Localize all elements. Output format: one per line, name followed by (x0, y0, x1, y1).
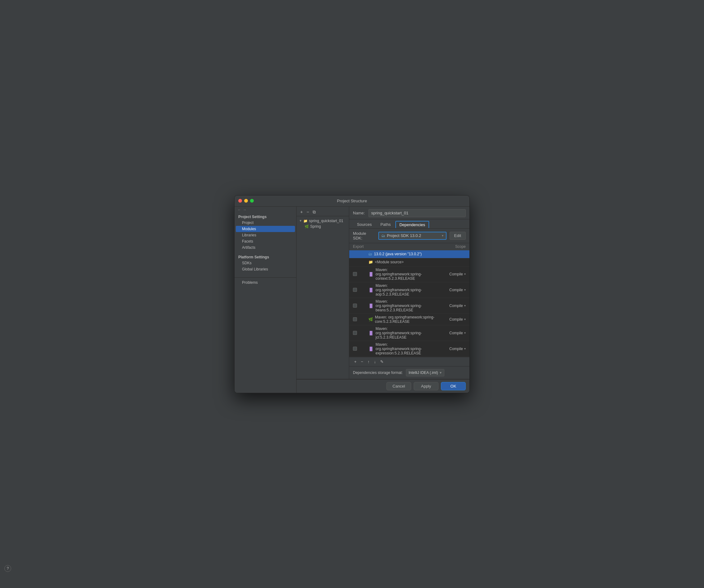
scope-text-spring-core: Compile (449, 317, 463, 321)
dep-export-spring-beans (353, 304, 368, 308)
copy-module-button[interactable]: ⧉ (311, 209, 317, 215)
edit-dep-button[interactable]: ✎ (379, 359, 385, 364)
export-checkbox-spring-beans[interactable] (353, 304, 357, 308)
deps-bottom-toolbar: + − ↑ ↓ ✎ (349, 357, 469, 366)
scope-dropdown-arrow-spring-jcl[interactable]: ▾ (464, 331, 466, 335)
export-checkbox-spring-aop[interactable] (353, 288, 357, 292)
sidebar-item-modules[interactable]: Modules (236, 226, 295, 232)
remove-dep-button[interactable]: − (360, 359, 365, 364)
tab-dependencies[interactable]: Dependencies (395, 221, 429, 228)
scope-dropdown-arrow-spring-expression[interactable]: ▾ (464, 347, 466, 350)
spring-leaf-icon: 🌿 (305, 224, 309, 229)
dep-export-spring-jcl (353, 331, 368, 335)
traffic-lights (238, 199, 254, 202)
dep-name-spring-jcl: ▐▌ Maven: org.springframework:spring-jcl… (368, 327, 435, 340)
dep-row-jdk[interactable]: 🗂 13.0.2 (java version "13.0.2") (349, 250, 469, 258)
dep-row-spring-aop[interactable]: ▐▌ Maven: org.springframework:spring-aop… (349, 282, 469, 298)
tabs-row: Sources Paths Dependencies (349, 219, 469, 229)
sidebar-divider (235, 277, 296, 278)
export-checkbox-spring-core[interactable] (353, 317, 357, 321)
storage-dropdown-arrow: ▾ (440, 370, 442, 375)
storage-format-row: Dependencies storage format: IntelliJ ID… (349, 366, 469, 379)
sidebar-item-sdks[interactable]: SDKs (235, 260, 296, 266)
top-split: + − ⧉ ▼ 📁 spring_quickstart_01 🌿 Spring (297, 207, 469, 379)
move-down-dep-button[interactable]: ↓ (373, 359, 377, 364)
add-dep-button[interactable]: + (353, 359, 358, 364)
maven-icon-spring-context: ▐▌ (368, 272, 374, 276)
spring-icon-spring-core: 🌿 (368, 317, 373, 321)
spring-child-name: Spring (310, 224, 321, 229)
close-button[interactable] (238, 199, 242, 202)
platform-settings-header: Platform Settings (235, 253, 296, 260)
deps-table-container: Export Scope 🗂 13.0.2 (java version "13.… (349, 243, 469, 357)
maven-icon-spring-aop: ▐▌ (368, 288, 374, 292)
sidebar-item-problems[interactable]: Problems (235, 280, 296, 286)
dep-row-spring-context[interactable]: ▐▌ Maven: org.springframework:spring-con… (349, 267, 469, 282)
col-header-scope: Scope (435, 244, 466, 249)
name-label: Name: (353, 211, 365, 215)
ok-button[interactable]: OK (441, 382, 466, 390)
edit-sdk-button[interactable]: Edit (450, 232, 466, 240)
add-module-button[interactable]: + (299, 209, 304, 215)
export-checkbox-spring-jcl[interactable] (353, 331, 357, 335)
scope-text-spring-aop: Compile (449, 288, 463, 292)
jdk-icon: 🗂 (368, 252, 372, 256)
dep-scope-spring-expression: Compile ▾ (435, 347, 466, 351)
apply-button[interactable]: Apply (414, 382, 438, 390)
sidebar-item-artifacts[interactable]: Artifacts (235, 244, 296, 251)
storage-format-dropdown[interactable]: IntelliJ IDEA (.iml) ▾ (406, 369, 445, 376)
export-checkbox-spring-expression[interactable] (353, 347, 357, 351)
dep-row-spring-core[interactable]: 🌿 Maven: org.springframework:spring-core… (349, 314, 469, 325)
dep-row-spring-beans[interactable]: ▐▌ Maven: org.springframework:spring-bea… (349, 298, 469, 314)
export-checkbox-spring-context[interactable] (353, 272, 357, 276)
sidebar-item-global-libraries[interactable]: Global Libraries (235, 266, 296, 272)
sidebar-item-libraries[interactable]: Libraries (235, 232, 296, 238)
maximize-button[interactable] (250, 199, 254, 202)
dep-name-spring-beans: ▐▌ Maven: org.springframework:spring-bea… (368, 299, 435, 312)
sdk-label: Module SDK: (353, 231, 375, 240)
remove-module-button[interactable]: − (305, 209, 310, 215)
name-input[interactable] (368, 209, 466, 217)
dep-row-spring-expression[interactable]: ▐▌ Maven: org.springframework:spring-exp… (349, 341, 469, 357)
minimize-button[interactable] (244, 199, 248, 202)
main-layout: ← → Project Settings Project Modules Lib… (235, 207, 469, 393)
dep-name-spring-context: ▐▌ Maven: org.springframework:spring-con… (368, 268, 435, 281)
module-tree: ▼ 📁 spring_quickstart_01 🌿 Spring (297, 216, 349, 231)
scope-dropdown-arrow-spring-context[interactable]: ▾ (464, 272, 466, 276)
forward-arrow[interactable]: → (243, 208, 246, 212)
dep-row-spring-jcl[interactable]: ▐▌ Maven: org.springframework:spring-jcl… (349, 325, 469, 341)
module-root-name: spring_quickstart_01 (309, 219, 343, 223)
dep-name-module-source: 📁 <Module source> (368, 260, 435, 264)
details-section: Name: Sources Paths Dependencies Module … (349, 207, 469, 379)
dep-scope-spring-aop: Compile ▾ (435, 288, 466, 292)
module-root-row[interactable]: ▼ 📁 spring_quickstart_01 (299, 218, 346, 224)
scope-dropdown-arrow-spring-aop[interactable]: ▾ (464, 288, 466, 292)
sidebar-item-project[interactable]: Project (235, 220, 296, 226)
dep-scope-spring-beans: Compile ▾ (435, 304, 466, 308)
sdk-folder-icon: 🗂 (382, 234, 385, 238)
back-arrow[interactable]: ← (238, 208, 241, 212)
dep-row-module-source[interactable]: 📁 <Module source> (349, 258, 469, 267)
scope-text-spring-jcl: Compile (449, 331, 463, 335)
move-up-dep-button[interactable]: ↑ (366, 359, 371, 364)
name-row: Name: (349, 207, 469, 219)
sdk-dropdown[interactable]: 🗂 Project SDK 13.0.2 ▾ (378, 232, 447, 240)
sidebar-item-facets[interactable]: Facets (235, 238, 296, 244)
scope-dropdown-arrow-spring-beans[interactable]: ▾ (464, 304, 466, 307)
spring-child-row[interactable]: 🌿 Spring (299, 224, 346, 229)
storage-label: Dependencies storage format: (353, 370, 403, 375)
tab-paths[interactable]: Paths (376, 221, 395, 228)
module-tree-section: + − ⧉ ▼ 📁 spring_quickstart_01 🌿 Spring (297, 207, 349, 379)
scope-text-spring-context: Compile (449, 272, 463, 276)
cancel-button[interactable]: Cancel (387, 382, 411, 390)
dep-export-spring-context (353, 272, 368, 276)
right-panel: + − ⧉ ▼ 📁 spring_quickstart_01 🌿 Spring (297, 207, 469, 393)
scope-dropdown-arrow-spring-core[interactable]: ▾ (464, 317, 466, 321)
dep-export-spring-expression (353, 347, 368, 351)
storage-value: IntelliJ IDEA (.iml) (409, 370, 438, 375)
dep-name-spring-expression: ▐▌ Maven: org.springframework:spring-exp… (368, 342, 435, 355)
dep-name-spring-aop: ▐▌ Maven: org.springframework:spring-aop… (368, 284, 435, 296)
tab-sources[interactable]: Sources (353, 221, 376, 228)
scope-text-spring-beans: Compile (449, 304, 463, 308)
dep-export-spring-aop (353, 288, 368, 292)
